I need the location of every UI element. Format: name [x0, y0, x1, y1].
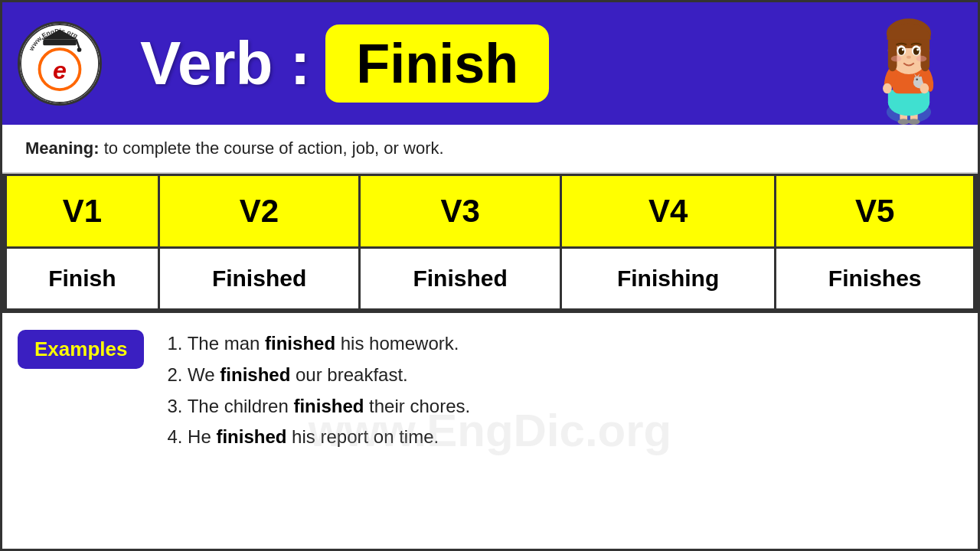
- col-v5: V5: [776, 175, 975, 248]
- col-v4: V4: [560, 175, 775, 248]
- cell-v2: Finished: [158, 248, 360, 310]
- svg-point-7: [77, 47, 82, 52]
- svg-point-38: [916, 56, 927, 62]
- main-container: www.EngDic.org e Verb : Finish: [0, 0, 980, 551]
- cell-v5: Finishes: [776, 248, 975, 310]
- girl-illustration: [848, 2, 970, 125]
- cell-v1: Finish: [6, 248, 159, 310]
- bold-word: finished: [293, 396, 364, 416]
- girl-svg: [848, 2, 970, 125]
- svg-point-33: [913, 47, 920, 55]
- list-item: 1. The man finished his homework.: [167, 328, 470, 360]
- verb-forms-table: V1 V2 V3 V4 V5 Finish Finished Finished …: [5, 174, 975, 311]
- word-text: Finish: [356, 32, 518, 95]
- cell-v3: Finished: [360, 248, 561, 310]
- word-badge: Finish: [325, 24, 549, 103]
- svg-point-11: [897, 119, 910, 125]
- svg-rect-4: [43, 40, 76, 46]
- svg-point-12: [908, 119, 920, 125]
- meaning-section: Meaning: to complete the course of actio…: [2, 125, 978, 174]
- bold-word: finished: [265, 333, 335, 354]
- svg-point-37: [891, 56, 902, 62]
- list-item: 3. The children finished their chores.: [167, 391, 470, 422]
- examples-badge: Examples: [18, 330, 144, 369]
- verb-table-container: V1 V2 V3 V4 V5 Finish Finished Finished …: [2, 174, 978, 311]
- col-v1: V1: [6, 175, 159, 248]
- logo: www.EngDic.org e: [18, 21, 102, 106]
- col-v3: V3: [360, 175, 561, 248]
- list-item: 2. We finished our breakfast.: [167, 360, 470, 391]
- svg-point-35: [916, 49, 919, 51]
- list-item: 4. He finished his report on time.: [167, 422, 470, 453]
- main-content: www.EngDic.org V1 V2 V3 V4 V5 Finish F: [2, 174, 978, 549]
- examples-label: Examples: [34, 337, 127, 360]
- table-data-row: Finish Finished Finished Finishing Finis…: [6, 248, 975, 310]
- bold-word: finished: [220, 364, 290, 385]
- cell-v4: Finishing: [560, 248, 775, 310]
- header: www.EngDic.org e Verb : Finish: [2, 2, 978, 125]
- svg-point-20: [916, 78, 918, 80]
- col-v2: V2: [158, 175, 360, 248]
- meaning-label: Meaning:: [25, 139, 100, 158]
- title-area: Verb : Finish: [117, 24, 962, 103]
- svg-point-32: [898, 47, 904, 55]
- verb-label: Verb :: [140, 28, 310, 99]
- bold-word: finished: [216, 426, 286, 447]
- svg-text:e: e: [53, 57, 67, 84]
- examples-list: 1. The man finished his homework. 2. We …: [167, 328, 470, 453]
- svg-point-34: [902, 49, 904, 51]
- table-header-row: V1 V2 V3 V4 V5: [6, 175, 975, 248]
- svg-point-23: [883, 83, 892, 94]
- logo-svg: www.EngDic.org e: [18, 24, 102, 103]
- examples-section: Examples 1. The man finished his homewor…: [2, 311, 978, 549]
- svg-point-36: [906, 56, 911, 59]
- svg-point-24: [920, 83, 929, 94]
- meaning-text: to complete the course of action, job, o…: [104, 139, 444, 158]
